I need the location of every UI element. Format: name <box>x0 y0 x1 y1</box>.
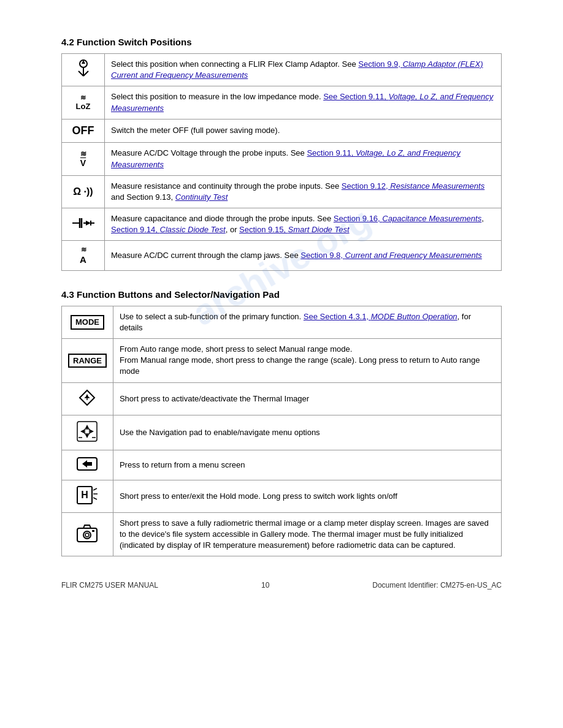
svg-line-30 <box>93 498 97 499</box>
footer-right: Document Identifier: CM275-en-US_AC <box>372 581 502 590</box>
current-link[interactable]: Section 9.8, Current and Frequency Measu… <box>301 251 482 260</box>
svg-marker-19 <box>80 430 84 433</box>
svg-line-2 <box>79 71 83 76</box>
section-4-3-table: MODE Use to select a sub-function of the… <box>61 306 502 557</box>
table-row: Short press to save a fully radiometric … <box>62 512 502 556</box>
mode-icon: MODE <box>62 306 113 338</box>
loz-icon: ≋ LoZ <box>62 86 105 119</box>
table-row: Short press to activate/deactivate the T… <box>62 382 502 415</box>
table-row: ≋ A Measure AC/DC current through the cl… <box>62 241 502 270</box>
svg-rect-34 <box>92 530 94 532</box>
table-row: MODE Use to select a sub-function of the… <box>62 306 502 338</box>
svg-marker-20 <box>90 430 94 433</box>
table-row: RANGE From Auto range mode, short press … <box>62 339 502 383</box>
navpad-icon <box>62 415 113 450</box>
footer: FLIR CM275 USER MANUAL 10 Document Ident… <box>61 581 502 590</box>
table-row: Measure capacitance and diode through th… <box>62 208 502 241</box>
mode-link[interactable]: See Section 4.3.1, MODE Button Operation <box>304 312 458 321</box>
mode-button-label: MODE <box>71 315 104 330</box>
voltage-icon: ≋ V <box>62 143 105 175</box>
table-row: Press to return from a menu screen <box>62 450 502 480</box>
clamp-link[interactable]: Section 9.9, Clamp Adaptor (FLEX) Curren… <box>111 59 483 80</box>
clamp-icon <box>62 54 105 86</box>
section-4-3-title: 4.3 Function Buttons and Selector/Naviga… <box>61 289 502 300</box>
current-text: Measure AC/DC current through the clamp … <box>105 241 502 270</box>
hold-icon: H <box>62 480 113 512</box>
table-row: H Short press to enter/exit the Hold mod… <box>62 480 502 512</box>
svg-text:H: H <box>82 490 89 500</box>
loz-link[interactable]: See Section 9.11, Voltage, Lo Z, and Fre… <box>111 92 493 112</box>
section-4-2-table: Select this position when connecting a F… <box>61 53 502 271</box>
hold-text: Short press to enter/exit the Hold mode.… <box>113 480 501 512</box>
diode-smart-link[interactable]: Section 9.15, Smart Diode Test <box>239 225 349 234</box>
svg-rect-16 <box>77 422 97 441</box>
clamp-text: Select this position when connecting a F… <box>105 54 502 86</box>
table-row: Ω ·)) Measure resistance and continuity … <box>62 175 502 208</box>
navpad-text: Use the Navigation pad to enable/navigat… <box>113 415 501 450</box>
table-row: Select this position when connecting a F… <box>62 54 502 86</box>
section-4-2: 4.2 Function Switch Positions Select thi… <box>61 37 502 271</box>
cap-link[interactable]: Section 9.16, Capacitance Measurements <box>334 214 481 223</box>
thermal-icon <box>62 382 113 415</box>
diode-classic-link[interactable]: Section 9.14, Classic Diode Test <box>111 225 226 234</box>
off-icon: OFF <box>62 119 105 143</box>
voltage-link[interactable]: Section 9.11, Voltage, Lo Z, and Frequen… <box>111 148 461 169</box>
svg-line-3 <box>83 71 88 76</box>
mode-text: Use to select a sub-function of the prim… <box>113 306 501 338</box>
loz-text: Select this position to measure in the l… <box>105 86 502 119</box>
table-row: ≋ LoZ Select this position to measure in… <box>62 86 502 119</box>
continuity-link[interactable]: Continuity Test <box>175 192 228 202</box>
voltage-text: Measure AC/DC Voltage through the probe … <box>105 143 502 175</box>
section-4-2-title: 4.2 Function Switch Positions <box>61 37 502 47</box>
svg-marker-17 <box>85 425 89 428</box>
svg-line-28 <box>93 488 97 490</box>
resistance-icon: Ω ·)) <box>62 175 105 208</box>
capacitance-text: Measure capacitance and diode through th… <box>105 208 502 241</box>
svg-marker-15 <box>85 394 89 398</box>
thermal-text: Short press to activate/deactivate the T… <box>113 382 501 415</box>
capacitance-icon <box>62 208 105 241</box>
camera-text: Short press to save a fully radiometric … <box>113 512 501 556</box>
range-icon: RANGE <box>62 339 113 383</box>
range-button-label: RANGE <box>68 354 107 368</box>
off-text: Switch the meter OFF (full power saving … <box>105 119 502 143</box>
table-row: ≋ V Measure AC/DC Voltage through the pr… <box>62 143 502 175</box>
section-4-3: 4.3 Function Buttons and Selector/Naviga… <box>61 289 502 557</box>
back-icon <box>62 450 113 480</box>
resistance-text: Measure resistance and continuity throug… <box>105 175 502 208</box>
camera-icon <box>62 512 113 556</box>
current-icon: ≋ A <box>62 241 105 270</box>
svg-marker-18 <box>85 434 89 438</box>
table-row: OFF Switch the meter OFF (full power sav… <box>62 119 502 143</box>
resistance-link[interactable]: Section 9.12, Resistance Measurements <box>342 181 484 191</box>
footer-left: FLIR CM275 USER MANUAL <box>61 581 158 590</box>
svg-point-32 <box>83 531 91 539</box>
range-text: From Auto range mode, short press to sel… <box>113 339 501 383</box>
svg-marker-25 <box>82 460 92 468</box>
svg-point-33 <box>85 533 89 537</box>
svg-marker-9 <box>86 221 91 226</box>
back-text: Press to return from a menu screen <box>113 450 501 480</box>
svg-rect-21 <box>85 429 90 434</box>
footer-center: 10 <box>261 581 269 590</box>
table-row: Use the Navigation pad to enable/navigat… <box>62 415 502 450</box>
